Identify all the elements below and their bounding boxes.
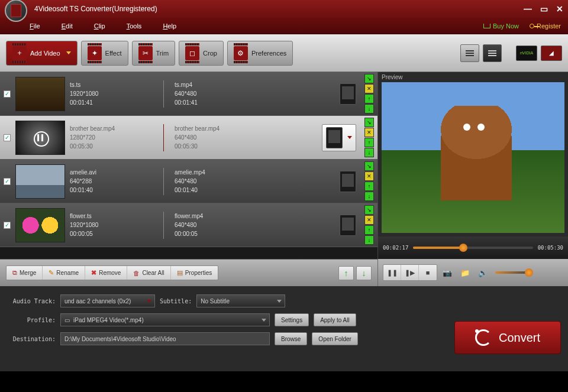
open-folder-icon[interactable]: 📁 — [457, 265, 473, 280]
profile-dropdown[interactable]: ▭ iPad MPEG4 Video(*.mp4) — [60, 313, 270, 326]
file-row[interactable]: ✓ ts.ts1920*108000:01:41 ts.mp4640*48000… — [0, 72, 377, 116]
confirm-icon[interactable]: ↘ — [364, 205, 374, 215]
apply-to-all-button[interactable]: Apply to All — [314, 313, 356, 326]
source-info: amelie.avi640*28800:01:40 — [70, 168, 159, 195]
down-icon[interactable]: ↓ — [364, 192, 374, 201]
ipad-small-icon: ▭ — [64, 317, 70, 323]
pencil-icon: ✎ — [49, 269, 54, 277]
down-icon[interactable]: ↓ — [364, 148, 374, 157]
volume-icon: 🔈 — [475, 265, 490, 280]
confirm-icon[interactable]: ↘ — [364, 118, 374, 127]
add-video-button[interactable]: ＋ Add Video — [6, 41, 78, 66]
remove-button[interactable]: ✖Remove — [85, 266, 127, 280]
destination-input[interactable]: D:\My Documents\4Videosoft Studio\Video — [60, 332, 270, 345]
checkbox[interactable]: ✓ — [4, 90, 11, 98]
preview-label: Preview — [378, 72, 568, 82]
down-icon[interactable]: ↓ — [364, 235, 374, 245]
main-area: ✓ ts.ts1920*108000:01:41 ts.mp4640*48000… — [0, 72, 568, 259]
up-icon[interactable]: ↑ — [364, 182, 374, 191]
checkbox[interactable]: ✓ — [4, 222, 11, 229]
thumbnail[interactable] — [15, 77, 65, 111]
confirm-icon[interactable]: ↘ — [364, 74, 374, 83]
ipad-icon[interactable] — [340, 83, 356, 105]
clear-all-button[interactable]: 🗑Clear All — [127, 266, 170, 280]
volume-slider[interactable] — [495, 271, 531, 274]
thumbnail[interactable] — [15, 208, 65, 242]
browse-button[interactable]: Browse — [275, 332, 307, 345]
output-info: flower.mp4640*48000:00:05 — [175, 212, 246, 238]
file-list: ✓ ts.ts1920*108000:01:41 ts.mp4640*48000… — [0, 72, 377, 259]
toolbar: ＋ Add Video ✦ Effect ✂ Trim ◻ Crop ⚙ Pre… — [0, 34, 568, 72]
bottom-panel: Audio Track: und aac 2 channels (0x2) Su… — [0, 286, 568, 371]
effect-button[interactable]: ✦ Effect — [81, 41, 128, 66]
checkbox[interactable]: ✓ — [4, 134, 11, 141]
title-bar: 4Videosoft TS Converter(Unregistered) — … — [0, 0, 568, 18]
stop-button[interactable]: ■ — [419, 265, 437, 280]
ipad-icon[interactable] — [340, 171, 356, 192]
up-icon[interactable]: ↑ — [364, 225, 374, 235]
x-icon: ✖ — [91, 269, 96, 277]
preferences-button[interactable]: ⚙ Preferences — [227, 41, 293, 66]
source-info: brother bear.mp41280*72000:05:30 — [70, 124, 159, 151]
remove-icon[interactable]: ✕ — [364, 171, 374, 181]
audio-track-dropdown[interactable]: und aac 2 channels (0x2) — [60, 294, 155, 307]
merge-button[interactable]: ⧉Merge — [7, 266, 43, 280]
move-up-button[interactable]: ↑ — [338, 266, 354, 280]
file-row[interactable]: ✓ flower.ts1920*108000:00:05 flower.mp46… — [0, 203, 377, 247]
file-row[interactable]: ✓ amelie.avi640*28800:01:40 amelie.mp464… — [0, 160, 377, 203]
register-link[interactable]: Register — [530, 22, 561, 30]
minimize-button[interactable]: — — [524, 4, 532, 14]
menu-edit[interactable]: Edit — [62, 22, 73, 30]
remove-icon[interactable]: ✕ — [364, 84, 374, 93]
up-icon[interactable]: ↑ — [364, 94, 374, 103]
crop-button[interactable]: ◻ Crop — [179, 41, 224, 66]
down-icon[interactable]: ↓ — [364, 104, 374, 114]
checkbox[interactable]: ✓ — [4, 178, 11, 185]
rename-button[interactable]: ✎Rename — [43, 266, 85, 280]
subtitle-dropdown[interactable]: No Subtitle — [196, 294, 285, 307]
convert-button[interactable]: Convert — [454, 321, 561, 354]
trim-button[interactable]: ✂ Trim — [132, 41, 176, 66]
key-icon — [530, 24, 534, 28]
open-folder-button[interactable]: Open Folder — [312, 332, 358, 345]
nvidia-badge: nVIDIA — [516, 46, 537, 61]
preview-canvas[interactable] — [382, 82, 564, 233]
menu-clip[interactable]: Clip — [94, 22, 105, 30]
thumbnail[interactable] — [15, 164, 65, 199]
amd-badge: ◢ — [541, 46, 562, 61]
menu-tools[interactable]: Tools — [127, 22, 142, 30]
output-info: ts.mp4640*48000:01:41 — [175, 80, 246, 107]
thumbnail[interactable] — [15, 121, 65, 155]
view-icons-button[interactable] — [460, 44, 479, 62]
menu-help[interactable]: Help — [163, 22, 176, 30]
convert-icon — [475, 329, 492, 346]
up-icon[interactable]: ↑ — [364, 138, 374, 147]
output-info: brother bear.mp4640*48000:05:30 — [175, 124, 246, 151]
volume-knob-icon[interactable] — [525, 268, 533, 277]
icons-view-icon — [466, 50, 474, 56]
view-list-button[interactable] — [483, 44, 502, 62]
file-row[interactable]: ✓ brother bear.mp41280*72000:05:30 broth… — [0, 116, 377, 160]
crop-icon: ◻ — [185, 46, 199, 60]
close-button[interactable]: ✕ — [556, 4, 563, 14]
menu-file[interactable]: File — [30, 22, 40, 30]
snapshot-button[interactable]: 📷 — [440, 265, 455, 280]
ipad-icon — [326, 127, 343, 148]
remove-icon[interactable]: ✕ — [364, 128, 374, 137]
properties-button[interactable]: ▤Properties — [171, 266, 218, 280]
remove-icon[interactable]: ✕ — [364, 215, 374, 225]
seek-knob-icon[interactable] — [459, 244, 467, 252]
ipad-icon[interactable] — [340, 215, 356, 236]
pause-button[interactable]: ❚❚ — [383, 265, 401, 280]
device-dropdown[interactable] — [322, 124, 356, 151]
audio-track-label: Audio Track: — [7, 298, 56, 304]
settings-button[interactable]: Settings — [275, 313, 309, 326]
seek-bar[interactable] — [413, 247, 532, 249]
move-down-button[interactable]: ↓ — [356, 266, 372, 280]
step-button[interactable]: ❚▶ — [401, 265, 419, 280]
current-time: 00:02:17 — [383, 245, 408, 251]
confirm-icon[interactable]: ↘ — [364, 161, 374, 171]
destination-label: Destination: — [7, 336, 56, 342]
maximize-button[interactable]: ▭ — [540, 4, 548, 14]
buy-now-link[interactable]: Buy Now — [483, 22, 519, 30]
